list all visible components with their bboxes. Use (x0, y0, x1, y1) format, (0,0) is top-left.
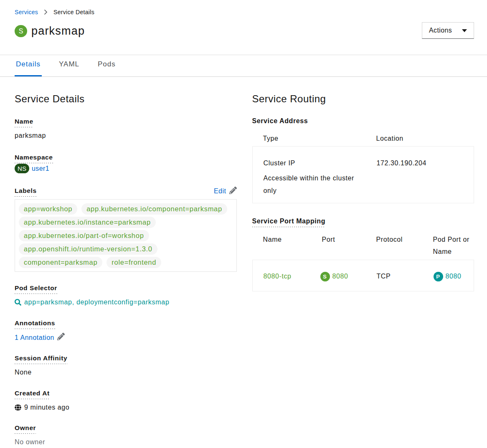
service-address-table-head: Type Location (252, 134, 474, 146)
service-port-badge: S (320, 272, 330, 281)
globe-icon (15, 404, 21, 411)
breadcrumb-current: Service Details (53, 9, 94, 15)
tab-details[interactable]: Details (15, 55, 42, 76)
service-resource-badge: S (15, 25, 27, 37)
field-labels: Labels Edit app=workshopapp.kubernetes.i… (15, 187, 237, 272)
label-chip: app.kubernetes.io/instance=parksmap (19, 217, 156, 228)
search-icon (15, 299, 21, 306)
breadcrumb-services-link[interactable]: Services (15, 9, 38, 15)
field-created-at: Created At 9 minutes ago (15, 389, 237, 412)
tabbar: Details YAML Pods (0, 55, 487, 77)
port-col-port: Port (311, 233, 365, 258)
breadcrumb-separator-icon (44, 9, 48, 15)
field-namespace: Namespace NS user1 (15, 153, 237, 173)
port-col-protocol: Protocol (365, 233, 422, 258)
label-chip: role=frontend (107, 257, 161, 268)
address-col-location: Location (365, 134, 474, 142)
namespace-link[interactable]: user1 (32, 165, 49, 172)
label-chip: app.kubernetes.io/component=parksmap (81, 203, 227, 215)
created-at-line: 9 minutes ago (15, 403, 237, 412)
owner-value: No owner (15, 438, 237, 446)
service-routing-heading: Service Routing (252, 93, 474, 105)
field-labels-label: Labels (15, 187, 37, 197)
port-col-pod-port: Pod Port or Name (422, 233, 474, 258)
field-annotations-label: Annotations (15, 319, 55, 329)
pencil-icon (57, 333, 65, 342)
address-col-type: Type (252, 134, 365, 142)
label-chip: app.openshift.io/runtime-version=1.3.0 (19, 243, 157, 255)
pod-port-number: 8080 (446, 271, 462, 282)
actions-dropdown[interactable]: Actions (422, 22, 474, 39)
field-session-affinity: Session Affinity None (15, 354, 237, 377)
field-annotations: Annotations 1 Annotation (15, 319, 237, 342)
service-details-section: Service Details Name parksmap Namespace … (15, 93, 237, 446)
field-name-value: parksmap (15, 131, 237, 140)
label-chip: component=parksmap (19, 257, 102, 268)
field-session-affinity-label: Session Affinity (15, 354, 67, 364)
port-protocol: TCP (366, 260, 423, 291)
pod-port-badge: P (434, 272, 443, 281)
address-type-desc: Accessible within the cluster only (264, 172, 359, 197)
tab-yaml[interactable]: YAML (58, 55, 81, 76)
labels-edit-label: Edit (214, 187, 226, 195)
port-name-link[interactable]: 8080-tcp (264, 271, 292, 282)
label-chip: app=workshop (19, 203, 77, 215)
content: Service Details Name parksmap Namespace … (0, 77, 487, 446)
field-pod-selector-label: Pod Selector (15, 284, 57, 294)
port-name-cell: 8080-tcp (253, 260, 312, 291)
port-mapping-heading: Service Port Mapping (252, 218, 326, 227)
page-title: parksmap (31, 25, 85, 38)
field-name: Name parksmap (15, 117, 237, 140)
pod-selector-value: app=parksmap, deploymentconfig=parksmap (15, 298, 237, 306)
pod-port-cell: P 8080 (423, 260, 474, 291)
service-routing-section: Service Routing Service Address Type Loc… (252, 93, 474, 446)
field-pod-selector: Pod Selector app=parksmap, deploymentcon… (15, 284, 237, 306)
pod-selector-link[interactable]: app=parksmap, deploymentconfig=parksmap (24, 298, 170, 306)
field-owner-label: Owner (15, 424, 36, 434)
namespace-value: NS user1 (15, 164, 237, 173)
port-mapping-table: Name Port Protocol Pod Port or Name 8080… (252, 233, 474, 291)
service-address-table: Type Location Cluster IP Accessible with… (252, 134, 474, 203)
field-namespace-label: Namespace (15, 153, 53, 163)
service-port-cell: S 8080 (312, 260, 366, 291)
annotations-value: 1 Annotation (15, 333, 237, 342)
caret-down-icon (462, 29, 467, 32)
labels-header-row: Labels Edit (15, 187, 237, 197)
address-type-cell: Cluster IP Accessible within the cluster… (253, 147, 366, 203)
created-at-value: 9 minutes ago (24, 403, 69, 412)
namespace-badge: NS (15, 164, 29, 173)
address-location: 172.30.190.204 (366, 147, 474, 203)
annotations-edit-button[interactable]: 1 Annotation (15, 333, 65, 342)
address-type: Cluster IP (264, 157, 359, 169)
service-port-number: 8080 (332, 271, 348, 282)
service-address-heading: Service Address (252, 117, 474, 125)
labels-edit-button[interactable]: Edit (214, 187, 237, 196)
port-col-name: Name (252, 233, 311, 258)
field-created-at-label: Created At (15, 389, 50, 399)
field-name-label: Name (15, 117, 33, 127)
tab-pods[interactable]: Pods (96, 55, 117, 76)
pencil-icon (229, 187, 237, 196)
actions-dropdown-label: Actions (429, 27, 452, 34)
port-mapping-row: 8080-tcp S 8080 TCP P 8080 (252, 260, 474, 291)
service-details-heading: Service Details (15, 93, 237, 105)
port-mapping-table-head: Name Port Protocol Pod Port or Name (252, 233, 474, 260)
page-header: Services Service Details S parksmap Acti… (0, 0, 487, 39)
session-affinity-value: None (15, 368, 237, 377)
field-owner: Owner No owner (15, 424, 237, 446)
labels-box: app=workshopapp.kubernetes.io/component=… (15, 199, 237, 272)
annotations-count: 1 Annotation (15, 333, 54, 342)
breadcrumb: Services Service Details (15, 9, 474, 15)
title-row: S parksmap Actions (15, 22, 474, 39)
service-address-row: Cluster IP Accessible within the cluster… (252, 146, 474, 203)
label-chip: app.kubernetes.io/part-of=workshop (19, 230, 149, 241)
